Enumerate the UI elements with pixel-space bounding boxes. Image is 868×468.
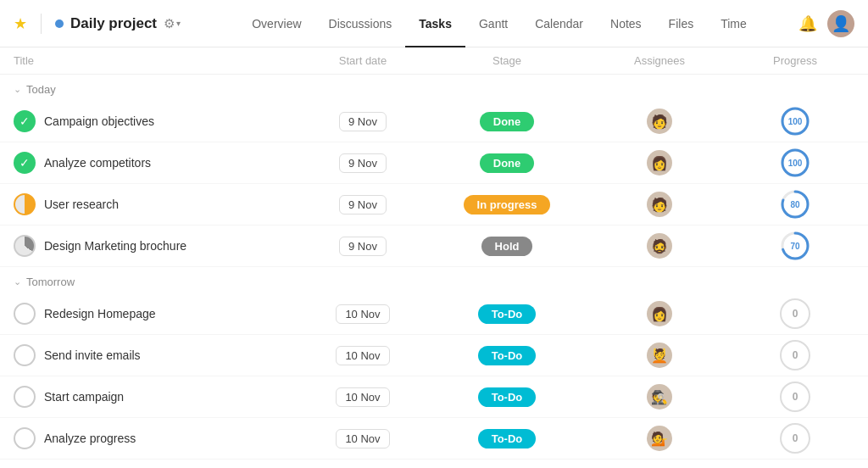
assignee-avatar: 👩 xyxy=(647,150,672,176)
table-row[interactable]: Design Marketing brochure 9 Nov Hold 🧔 7… xyxy=(0,226,868,267)
task-sections: ⌄ Today ✓ Campaign objectives 9 Nov Done… xyxy=(0,75,868,460)
progress-cell: 0 xyxy=(736,340,854,370)
stage-cell: To-Do xyxy=(431,346,583,365)
tab-gantt[interactable]: Gantt xyxy=(465,0,521,47)
section-header-tomorrow[interactable]: ⌄ Tomorrow xyxy=(0,267,868,293)
date-badge: 10 Nov xyxy=(336,429,389,448)
date-badge: 9 Nov xyxy=(339,195,387,214)
date-cell: 10 Nov xyxy=(295,387,431,407)
table-row[interactable]: ✓ Analyze competitors 9 Nov Done 👩 100 xyxy=(0,142,868,184)
assignee-avatar: 🧑 xyxy=(647,192,672,217)
progress-circle: 0 xyxy=(780,340,810,370)
assignee-cell: 🕵 xyxy=(583,384,736,410)
progress-circle: 0 xyxy=(780,423,810,454)
check-empty-icon[interactable] xyxy=(14,386,36,408)
table-header: Title Start date Stage Assignees Progres… xyxy=(0,47,868,75)
stage-cell: Hold xyxy=(431,237,583,256)
project-dot-icon xyxy=(55,20,64,28)
col-title: Title xyxy=(14,54,295,67)
assignee-cell: 🧔 xyxy=(583,233,736,259)
task-name: Campaign objectives xyxy=(44,114,154,128)
col-assignees: Assignees xyxy=(583,54,736,67)
stage-badge: Hold xyxy=(481,237,533,256)
stage-badge: To-Do xyxy=(478,429,537,448)
stage-cell: To-Do xyxy=(431,304,583,324)
date-cell: 10 Nov xyxy=(295,429,431,448)
check-empty-icon[interactable] xyxy=(14,427,36,449)
table-row[interactable]: Analyze progress 10 Nov To-Do 💁 0 xyxy=(0,418,868,460)
date-cell: 9 Nov xyxy=(295,237,431,256)
assignee-avatar: 🧑 xyxy=(647,109,672,134)
progress-cell: 0 xyxy=(736,423,854,454)
nav-tabs: Overview Discussions Tasks Gantt Calenda… xyxy=(200,0,798,47)
stage-cell: To-Do xyxy=(431,387,583,407)
progress-cell: 100 xyxy=(736,106,854,136)
star-icon[interactable]: ★ xyxy=(14,14,27,33)
tab-time[interactable]: Time xyxy=(707,0,760,47)
task-title-cell: Start campaign xyxy=(14,386,295,408)
task-name: User research xyxy=(44,198,119,211)
stage-badge: To-Do xyxy=(478,387,537,407)
stage-badge: To-Do xyxy=(478,346,537,365)
stage-badge: In progress xyxy=(464,195,551,214)
task-title-cell: Send invite emails xyxy=(14,344,295,366)
table-row[interactable]: Start campaign 10 Nov To-Do 🕵 0 xyxy=(0,376,868,418)
tab-files[interactable]: Files xyxy=(655,0,708,47)
progress-circle: 70 xyxy=(780,231,810,261)
tab-calendar[interactable]: Calendar xyxy=(521,0,597,47)
header-left: ★ Daily project ⚙ ▾ xyxy=(14,14,200,34)
progress-cell: 70 xyxy=(736,231,854,261)
tab-discussions[interactable]: Discussions xyxy=(315,0,406,47)
header-right: 🔔 👤 xyxy=(798,10,854,37)
tab-notes[interactable]: Notes xyxy=(597,0,655,47)
check-empty-icon[interactable] xyxy=(14,344,36,366)
tab-overview[interactable]: Overview xyxy=(238,0,314,47)
user-avatar[interactable]: 👤 xyxy=(827,10,854,37)
task-title-cell: Redesign Homepage xyxy=(14,303,295,325)
header: ★ Daily project ⚙ ▾ Overview Discussions… xyxy=(0,0,868,47)
task-name: Redesign Homepage xyxy=(44,307,156,320)
chevron-icon: ⌄ xyxy=(14,84,21,95)
stage-cell: In progress xyxy=(431,195,583,214)
section-tomorrow: ⌄ Tomorrow Redesign Homepage 10 Nov To-D… xyxy=(0,267,868,460)
date-cell: 10 Nov xyxy=(295,346,431,365)
section-header-today[interactable]: ⌄ Today xyxy=(0,75,868,101)
progress-cell: 100 xyxy=(736,148,854,178)
assignee-cell: 💆 xyxy=(583,343,736,368)
date-badge: 10 Nov xyxy=(336,387,389,407)
table-row[interactable]: Send invite emails 10 Nov To-Do 💆 0 xyxy=(0,335,868,376)
task-name: Send invite emails xyxy=(44,348,141,362)
date-cell: 9 Nov xyxy=(295,195,431,214)
date-badge: 10 Nov xyxy=(336,346,389,365)
table-row[interactable]: Redesign Homepage 10 Nov To-Do 👩 0 xyxy=(0,293,868,335)
check-done-icon[interactable]: ✓ xyxy=(14,110,36,132)
col-progress: Progress xyxy=(736,54,854,67)
section-today: ⌄ Today ✓ Campaign objectives 9 Nov Done… xyxy=(0,75,868,267)
check-hold-icon[interactable] xyxy=(14,235,36,257)
bell-icon[interactable]: 🔔 xyxy=(798,14,817,33)
check-inprogress-icon[interactable] xyxy=(14,193,36,215)
assignee-avatar: 🕵 xyxy=(647,384,672,410)
date-badge: 9 Nov xyxy=(339,237,387,256)
stage-cell: Done xyxy=(431,153,583,173)
task-name: Design Marketing brochure xyxy=(44,239,186,253)
progress-circle: 100 xyxy=(780,106,810,136)
table-row[interactable]: ✓ Campaign objectives 9 Nov Done 🧑 100 xyxy=(0,101,868,142)
assignee-cell: 💁 xyxy=(583,426,736,451)
assignee-avatar: 👩 xyxy=(647,301,672,326)
progress-cell: 0 xyxy=(736,298,854,329)
section-label: Tomorrow xyxy=(26,276,75,288)
date-cell: 9 Nov xyxy=(295,153,431,173)
stage-badge: To-Do xyxy=(478,304,537,324)
chevron-icon: ⌄ xyxy=(14,276,21,287)
check-done-icon[interactable]: ✓ xyxy=(14,152,36,174)
task-name: Analyze progress xyxy=(44,432,136,445)
assignee-cell: 👩 xyxy=(583,150,736,176)
tab-tasks[interactable]: Tasks xyxy=(405,0,465,47)
section-label: Today xyxy=(26,83,56,96)
gear-icon: ⚙ xyxy=(164,16,175,31)
gear-button[interactable]: ⚙ ▾ xyxy=(164,16,181,31)
task-title-cell: User research xyxy=(14,193,295,215)
table-row[interactable]: User research 9 Nov In progress 🧑 80 xyxy=(0,184,868,226)
check-empty-icon[interactable] xyxy=(14,303,36,325)
